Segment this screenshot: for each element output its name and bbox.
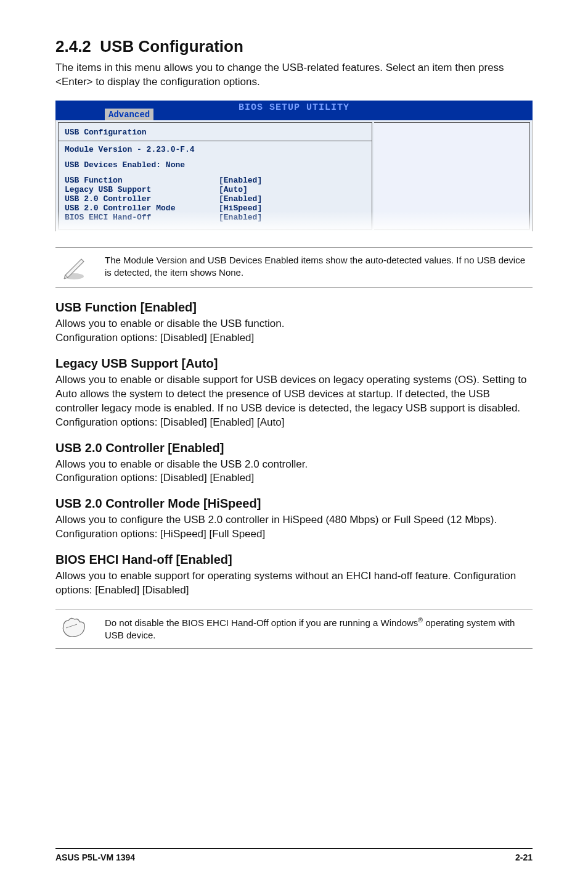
bios-right-panel [374,122,530,229]
bios-utility-title: BIOS SETUP UTILITY [239,102,349,113]
subsection-body: Allows you to enable or disable support … [55,373,533,430]
footer-page-number: 2-21 [515,852,533,862]
bios-module-version: Module Version - 2.23.0-F.4 [65,145,365,154]
bios-row: BIOS EHCI Hand-Off[Enabled] [65,213,365,222]
subsection-heading: BIOS EHCI Hand-off [Enabled] [55,553,533,567]
subsection-heading: USB 2.0 Controller Mode [HiSpeed] [55,497,533,511]
bios-tab-advanced: Advanced [105,109,153,120]
bios-row: USB 2.0 Controller[Enabled] [65,194,365,204]
bios-row-label: USB Function [65,176,219,185]
bios-row: USB Function[Enabled] [65,176,365,185]
subsection-heading: USB 2.0 Controller [Enabled] [55,441,533,455]
subsection-body: Allows you to enable or disable the USB … [55,317,533,345]
bios-row-value: [Enabled] [219,194,262,204]
pencil-icon [58,254,90,281]
bios-body: USB Configuration Module Version - 2.23.… [55,120,533,231]
bios-row-value: [HiSpeed] [219,204,262,213]
divider [59,141,372,141]
note-text-pre: Do not disable the BIOS EHCI Hand-Off op… [105,617,418,628]
note-block: Do not disable the BIOS EHCI Hand-Off op… [55,609,533,649]
bios-row: Legacy USB Support[Auto] [65,185,365,194]
registered-mark: ® [418,616,423,624]
note-block: The Module Version and USB Devices Enabl… [55,247,533,288]
bios-row-value: [Enabled] [219,176,262,185]
section-name: USB Configuration [100,37,243,56]
bios-row-label: Legacy USB Support [65,185,219,194]
footer-product: ASUS P5L-VM 1394 [55,852,135,862]
subsection-body: Allows you to configure the USB 2.0 cont… [55,513,533,542]
bios-panel-heading: USB Configuration [65,128,365,137]
bios-header: BIOS SETUP UTILITY Advanced [55,101,533,120]
subsection-heading: Legacy USB Support [Auto] [55,357,533,371]
bios-row-value: [Auto] [219,185,248,194]
subsection-heading: USB Function [Enabled] [55,300,533,315]
bios-row-label: BIOS EHCI Hand-Off [65,213,219,222]
bios-row-label: USB 2.0 Controller Mode [65,204,219,213]
note-text: The Module Version and USB Devices Enabl… [105,254,530,279]
section-intro: The items in this menu allows you to cha… [55,61,533,89]
section-title: 2.4.2 USB Configuration [55,37,533,56]
hand-pointer-icon [58,616,90,640]
bios-left-panel: USB Configuration Module Version - 2.23.… [58,122,372,229]
note-text: Do not disable the BIOS EHCI Hand-Off op… [105,616,530,642]
bios-row: USB 2.0 Controller Mode[HiSpeed] [65,204,365,213]
subsection-body: Allows you to enable support for operati… [55,569,533,598]
bios-row-value: [Enabled] [219,213,262,222]
page-footer: ASUS P5L-VM 1394 2-21 [55,848,533,862]
section-number: 2.4.2 [55,37,91,56]
bios-screenshot: BIOS SETUP UTILITY Advanced USB Configur… [55,101,533,231]
bios-devices-enabled: USB Devices Enabled: None [65,160,365,170]
bios-row-label: USB 2.0 Controller [65,194,219,204]
subsection-body: Allows you to enable or disable the USB … [55,458,533,486]
